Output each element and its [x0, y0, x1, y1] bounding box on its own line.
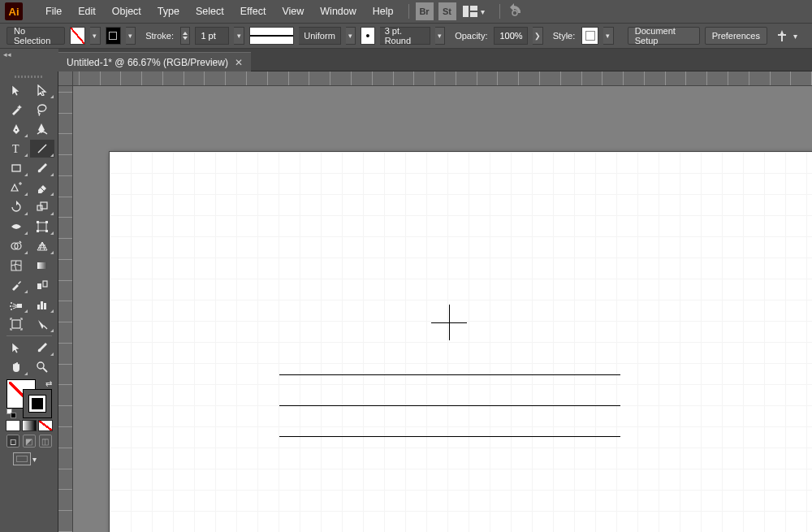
- ruler-origin[interactable]: [58, 71, 73, 86]
- stroke-swatch[interactable]: [106, 27, 121, 45]
- preferences-button[interactable]: Preferences: [705, 27, 767, 45]
- draw-behind-icon[interactable]: ◩: [23, 435, 36, 448]
- column-graph-tool[interactable]: [30, 296, 54, 314]
- brush-profile-dropdown[interactable]: ▾: [435, 27, 445, 45]
- stroke-weight-field[interactable]: 1 pt: [195, 27, 229, 45]
- shape-builder-tool[interactable]: [4, 237, 28, 255]
- close-tab-icon[interactable]: ✕: [235, 57, 243, 68]
- swap-fill-stroke-icon[interactable]: ⇄: [45, 379, 52, 388]
- selection-indicator: No Selection: [6, 27, 65, 45]
- canvas[interactable]: [58, 71, 812, 532]
- stroke-style-dropdown[interactable]: ▾: [346, 27, 356, 45]
- screen-mode-button[interactable]: ▾: [13, 452, 45, 465]
- symbol-sprayer-tool[interactable]: [4, 296, 28, 314]
- blend-tool[interactable]: [30, 276, 54, 294]
- menu-view[interactable]: View: [274, 2, 312, 20]
- direct-selection-tool[interactable]: [30, 81, 54, 99]
- fill-swatch[interactable]: [70, 27, 85, 45]
- ruler-vertical[interactable]: [58, 71, 73, 532]
- width-tool[interactable]: [4, 218, 28, 236]
- menu-window[interactable]: Window: [312, 2, 364, 20]
- zoom-tool[interactable]: [30, 358, 54, 376]
- rotate-tool[interactable]: [4, 198, 28, 216]
- fill-swatch-dropdown[interactable]: ▾: [90, 27, 100, 45]
- svg-point-3: [512, 11, 517, 15]
- stroke-label[interactable]: Stroke:: [145, 31, 174, 41]
- lasso-tool[interactable]: [30, 101, 54, 119]
- color-mode-solid[interactable]: [6, 420, 20, 431]
- opacity-field[interactable]: 100%: [494, 27, 528, 45]
- color-mode-gradient[interactable]: [22, 420, 37, 431]
- drawn-line-1[interactable]: [279, 374, 620, 375]
- perspective-grid-tool[interactable]: [30, 237, 54, 255]
- menu-type[interactable]: Type: [149, 2, 188, 20]
- menu-file[interactable]: File: [37, 2, 70, 20]
- hand-tool[interactable]: [4, 358, 28, 376]
- gradient-tool[interactable]: [30, 257, 54, 275]
- shaper-tool[interactable]: [4, 179, 28, 197]
- drawn-line-2[interactable]: [279, 405, 620, 406]
- menu-select[interactable]: Select: [188, 2, 232, 20]
- stroke-weight-stepper[interactable]: [180, 27, 190, 45]
- color-mode-none[interactable]: [38, 420, 53, 431]
- magic-wand-tool[interactable]: [4, 101, 28, 119]
- curvature-tool[interactable]: [30, 120, 54, 138]
- panel-collapse-grip[interactable]: ◂◂: [0, 49, 58, 71]
- menu-object[interactable]: Object: [104, 2, 149, 20]
- document-tab-bar: ◂◂ Untitled-1* @ 66.67% (RGB/Preview) ✕: [0, 49, 812, 71]
- svg-rect-29: [12, 320, 20, 328]
- menu-effect[interactable]: Effect: [232, 2, 274, 20]
- paintbrush-tool[interactable]: [30, 159, 54, 177]
- fill-stroke-picker[interactable]: ⇄: [6, 379, 52, 418]
- toolbox: T: [0, 71, 58, 532]
- svg-rect-22: [17, 304, 22, 308]
- pen-tool[interactable]: [4, 120, 28, 138]
- slice-tool[interactable]: [30, 315, 54, 333]
- draw-normal-icon[interactable]: ◻: [6, 435, 19, 448]
- drawn-line-3[interactable]: [279, 436, 620, 437]
- line-segment-tool[interactable]: [30, 140, 54, 158]
- scale-tool[interactable]: [30, 198, 54, 216]
- artboard[interactable]: [109, 151, 812, 532]
- eraser-tool[interactable]: [30, 179, 54, 197]
- ruler-horizontal[interactable]: [58, 71, 812, 86]
- stroke-swatch-dropdown[interactable]: ▾: [126, 27, 136, 45]
- align-pin-icon[interactable]: [775, 29, 788, 42]
- menu-help[interactable]: Help: [365, 2, 402, 20]
- mesh-tool[interactable]: [4, 257, 28, 275]
- svg-point-30: [37, 362, 44, 369]
- selection-tool-2[interactable]: [4, 339, 28, 357]
- artboard-tool[interactable]: [4, 315, 28, 333]
- stock-icon[interactable]: St: [438, 2, 456, 20]
- svg-line-31: [43, 368, 47, 372]
- graphic-style-dropdown[interactable]: ▾: [603, 27, 613, 45]
- paintbrush-tool-2[interactable]: [30, 339, 54, 357]
- style-label[interactable]: Style:: [553, 31, 576, 41]
- arrange-documents-icon[interactable]: [461, 2, 479, 20]
- graphic-style-swatch[interactable]: [581, 27, 598, 45]
- svg-rect-26: [37, 305, 40, 309]
- opacity-dropdown[interactable]: ❯: [533, 27, 542, 45]
- default-fill-stroke-icon[interactable]: [6, 409, 16, 418]
- free-transform-tool[interactable]: [30, 218, 54, 236]
- draw-inside-icon[interactable]: ◫: [39, 435, 52, 448]
- stroke-weight-dropdown[interactable]: ▾: [234, 27, 244, 45]
- align-pin-dropdown[interactable]: ▾: [793, 32, 797, 41]
- bridge-icon[interactable]: Br: [416, 2, 434, 20]
- menu-edit[interactable]: Edit: [70, 2, 104, 20]
- stroke-style-preview[interactable]: [249, 27, 295, 45]
- gpu-preview-icon[interactable]: [507, 3, 523, 19]
- toolbox-grip[interactable]: [3, 75, 55, 78]
- crosshair-cursor-icon: [431, 305, 467, 340]
- document-tab[interactable]: Untitled-1* @ 66.67% (RGB/Preview) ✕: [58, 52, 251, 71]
- eyedropper-tool[interactable]: [4, 276, 28, 294]
- document-setup-button[interactable]: Document Setup: [628, 27, 700, 45]
- menu-separator: [408, 4, 409, 19]
- brush-profile-preview[interactable]: •: [361, 27, 375, 45]
- stroke-color-box[interactable]: [23, 389, 52, 418]
- type-tool[interactable]: T: [4, 140, 28, 158]
- rectangle-tool[interactable]: [4, 159, 28, 177]
- opacity-label[interactable]: Opacity:: [455, 31, 487, 41]
- selection-tool[interactable]: [4, 81, 28, 99]
- arrange-documents-dropdown[interactable]: ▾: [481, 7, 485, 16]
